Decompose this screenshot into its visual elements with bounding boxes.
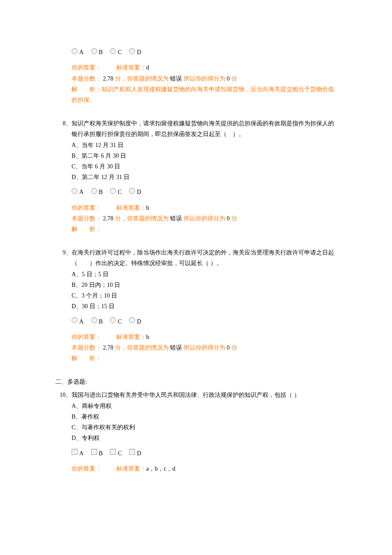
std-answer: a，b，c，d [146, 465, 175, 472]
q8-opt-c: C、当年 6 月 30 日 [72, 161, 337, 172]
q9-opt-c: C、3 个月；10 日 [72, 290, 337, 301]
q9-opt-a: A、5 日；5 日 [72, 269, 337, 280]
q7-radio-row: A B C D [72, 45, 337, 56]
got-unit: 分 [231, 344, 237, 351]
q8-stem: 知识产权海关保护制度中，请求扣留侵权嫌疑货物向海关提供的总担保函的有效期是指作为… [72, 118, 337, 139]
radio-label: D [137, 49, 141, 55]
q9-radio-row: A B C D [72, 314, 337, 325]
your-answer-label: 你的答案： [72, 465, 101, 472]
checkbox-label: B [99, 450, 103, 457]
q10-opt-a: A、商标专用权 [72, 401, 337, 411]
q8-num: 8、 [55, 118, 72, 139]
q9-stem: 在海关行政许可过程中，除当场作出海关行政许可决定的外，海关应当受理海关行政许可申… [72, 247, 337, 269]
checkbox-icon[interactable] [129, 449, 135, 455]
q9-opt-b: B、20 日内；10 日 [72, 280, 337, 290]
score-label: 本题分数： [72, 344, 101, 351]
q9-answer-block: 你的答案： 标准答案：b 本题分数： 2.78 分，你答题的情况为 错误 所以你… [72, 332, 337, 364]
radio-label: B [99, 318, 103, 325]
analysis-label: 解 析： [72, 86, 101, 92]
q9-num: 9、 [55, 247, 72, 269]
score-unit: 分，你答题的情况为 [115, 75, 169, 82]
radio-label: A [79, 49, 84, 55]
checkbox-icon[interactable] [72, 449, 78, 455]
radio-icon[interactable] [91, 48, 97, 54]
radio-icon[interactable] [129, 317, 135, 323]
status: 错误 [170, 75, 182, 82]
analysis: 知识产权权人发现侵权嫌疑货物的向海关申请扣留货物，应当向海关提交相当于货物价值的… [72, 86, 334, 103]
so-label: 所以你的得分为 [184, 344, 225, 351]
analysis-label: 解 析： [72, 226, 101, 232]
radio-label: D [137, 189, 141, 195]
radio-label: C [118, 318, 121, 325]
q10-answer-block: 你的答案： 标准答案：a，b，c，d [72, 463, 337, 474]
analysis-label: 解 析： [72, 355, 101, 361]
q10-opt-d: D、专利权 [72, 433, 337, 443]
q8-opt-a: A、当年 12 月 31 日 [72, 140, 337, 150]
radio-icon[interactable] [129, 188, 135, 194]
q10: 10、 我国与进出口货物有关并受中华人民共和国法律、行政法规保护的知识产权，包括… [55, 390, 337, 474]
score-unit: 分，你答题的情况为 [115, 344, 169, 351]
page: A B C D 你的答案： 标准答案：d 本题分数： 2.78 分，你答题的情况… [0, 0, 392, 555]
score-label: 本题分数： [72, 75, 101, 82]
section-2-heading: 二、多选题: [55, 376, 337, 387]
std-answer: b [146, 334, 149, 340]
radio-icon[interactable] [72, 317, 78, 323]
q9: 9、 在海关行政许可过程中，除当场作出海关行政许可决定的外，海关应当受理海关行政… [55, 247, 337, 364]
q10-opt-c: C、与著作权有关的权利 [72, 422, 337, 433]
q7-answer-block: 你的答案： 标准答案：d 本题分数： 2.78 分，你答题的情况为 错误 所以你… [72, 62, 337, 105]
std-answer-label: 标准答案： [116, 205, 146, 211]
checkbox-icon[interactable] [91, 449, 97, 455]
radio-label: C [118, 189, 121, 195]
score-val: 2.78 [103, 215, 114, 222]
q7-tail: A B C D 你的答案： 标准答案：d 本题分数： 2.78 分，你答题的情况… [55, 45, 337, 105]
std-answer-label: 标准答案： [116, 64, 146, 71]
q9-opt-d: D、30 日；15 日 [72, 301, 337, 312]
got-unit: 分 [231, 215, 237, 222]
std-answer: b [146, 205, 149, 211]
q8-opt-b: B、第二年 6 月 30 日 [72, 150, 337, 161]
your-answer-label: 你的答案： [72, 64, 101, 71]
q10-opt-b: B、著作权 [72, 411, 337, 422]
status: 错误 [170, 344, 182, 351]
checkbox-label: D [137, 450, 141, 457]
checkbox-icon[interactable] [110, 449, 116, 455]
radio-label: B [99, 49, 103, 55]
radio-label: D [137, 318, 141, 325]
radio-icon[interactable] [72, 48, 78, 54]
so-label: 所以你的得分为 [184, 75, 225, 82]
score-val: 2.78 [103, 75, 114, 82]
radio-label: A [79, 318, 84, 325]
radio-icon[interactable] [110, 317, 116, 323]
radio-label: A [79, 189, 84, 195]
score-val: 2.78 [103, 344, 114, 351]
score-unit: 分，你答题的情况为 [115, 215, 169, 222]
got-score: 0 [227, 215, 230, 222]
q8-opt-d: D、第二年 12 月 31 日 [72, 172, 337, 182]
q10-checkbox-row: A B C D [72, 446, 337, 457]
q10-stem: 我国与进出口货物有关并受中华人民共和国法律、行政法规保护的知识产权，包括（ ） [72, 390, 337, 400]
your-answer-label: 你的答案： [72, 334, 101, 340]
checkbox-label: C [118, 450, 121, 457]
q8: 8、 知识产权海关保护制度中，请求扣留侵权嫌疑货物向海关提供的总担保函的有效期是… [55, 118, 337, 234]
radio-icon[interactable] [91, 188, 97, 194]
std-answer-label: 标准答案： [116, 334, 146, 340]
radio-icon[interactable] [110, 48, 116, 54]
status: 错误 [170, 215, 182, 222]
score-label: 本题分数： [72, 215, 101, 222]
checkbox-label: A [79, 450, 84, 457]
got-score: 0 [227, 75, 230, 82]
q8-answer-block: 你的答案： 标准答案：b 本题分数： 2.78 分，你答题的情况为 错误 所以你… [72, 202, 337, 235]
your-answer-label: 你的答案： [72, 205, 101, 211]
got-unit: 分 [231, 75, 237, 82]
radio-icon[interactable] [72, 188, 78, 194]
so-label: 所以你的得分为 [184, 215, 225, 222]
radio-label: B [99, 189, 103, 195]
radio-icon[interactable] [129, 48, 135, 54]
radio-label: C [118, 49, 121, 55]
radio-icon[interactable] [91, 317, 97, 323]
std-answer-label: 标准答案： [116, 465, 146, 472]
radio-icon[interactable] [110, 188, 116, 194]
got-score: 0 [227, 344, 230, 351]
q8-radio-row: A B C D [72, 185, 337, 196]
q10-num: 10、 [55, 390, 72, 400]
